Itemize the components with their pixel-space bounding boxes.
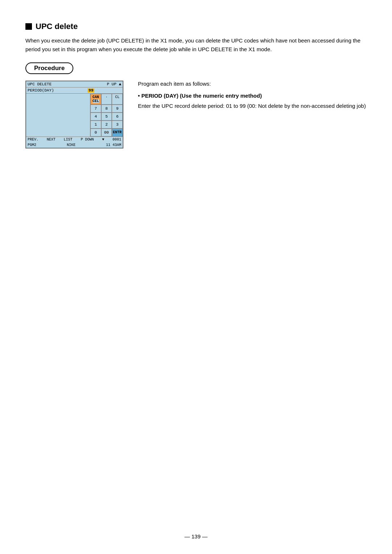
section-title: UPC delete [25, 22, 367, 31]
footer-next: NEXT [47, 138, 56, 142]
numpad-entr: ENTR [112, 129, 123, 137]
period-value: 99 [87, 88, 94, 93]
numpad-6: 6 [112, 113, 123, 121]
numpad-00: 00 [101, 129, 112, 137]
page-number: — 139 — [184, 533, 207, 539]
numpad-4: 4 [90, 113, 101, 121]
period-desc: Enter the UPC record delete period: 01 t… [138, 102, 367, 110]
numpad-cl: CL [112, 94, 123, 105]
footer2-right: 11 43AM [106, 143, 121, 147]
pos-body: CAN CEL · CL 7 8 9 [26, 94, 123, 137]
period-label: PERIOD(DAY) [28, 88, 54, 93]
program-instruction: Program each item as follows: [138, 81, 367, 87]
procedure-content: UPC DELETE P UP ▲ PERIOD(DAY) 99 [25, 81, 367, 148]
numpad-row-00entr: 0 00 ENTR [90, 129, 123, 137]
intro-text: When you execute the delete job (UPC DEL… [25, 36, 367, 54]
numpad-7: 7 [90, 105, 101, 113]
numpad-dot: · [101, 94, 112, 105]
footer-prev: PREV. [28, 138, 38, 142]
footer-pdown: P DOWN [81, 138, 94, 142]
numpad-0: 0 [90, 129, 101, 137]
footer-list: LIST [64, 138, 73, 142]
numpad-2: 2 [101, 121, 112, 129]
pos-left-area [26, 94, 90, 137]
pos-footer-bottom: PGM2 NIKE 11 43AM [26, 142, 123, 148]
pos-numpad: CAN CEL · CL 7 8 9 [90, 94, 123, 137]
page-title: UPC delete [36, 22, 78, 31]
pos-title: UPC DELETE [28, 82, 52, 86]
footer-right: 0001 [113, 138, 121, 142]
title-square-icon [25, 23, 32, 30]
text-area: Program each item as follows: • PERIOD (… [138, 81, 367, 110]
numpad-row-789: 7 8 9 [90, 105, 123, 113]
pos-screen-area: UPC DELETE P UP ▲ PERIOD(DAY) 99 [25, 81, 123, 148]
numpad-can: CAN CEL [90, 94, 101, 105]
pos-period-row: PERIOD(DAY) 99 [26, 87, 123, 94]
numpad-3: 3 [112, 121, 123, 129]
footer2-mid: NIKE [67, 143, 75, 147]
numpad-1: 1 [90, 121, 101, 129]
footer-arrow: ▼ [102, 138, 104, 142]
numpad-5: 5 [101, 113, 112, 121]
numpad-row-123: 1 2 3 [90, 121, 123, 129]
numpad-row-456: 4 5 6 [90, 113, 123, 121]
pos-footer: PREV. NEXT LIST P DOWN ▼ 0001 [26, 137, 123, 142]
footer2-left: PGM2 [28, 143, 36, 147]
period-heading: • PERIOD (DAY) (Use the numeric entry me… [138, 93, 367, 99]
pos-top-bar: UPC DELETE P UP ▲ [26, 81, 123, 87]
procedure-label: Procedure [25, 62, 73, 74]
pos-mode: P UP ▲ [107, 82, 121, 86]
numpad-top-row: CAN CEL · CL [90, 94, 123, 105]
numpad-8: 8 [101, 105, 112, 113]
page-container: UPC delete When you execute the delete j… [0, 0, 392, 170]
numpad-9: 9 [112, 105, 123, 113]
pos-screen: UPC DELETE P UP ▲ PERIOD(DAY) 99 [25, 81, 123, 148]
